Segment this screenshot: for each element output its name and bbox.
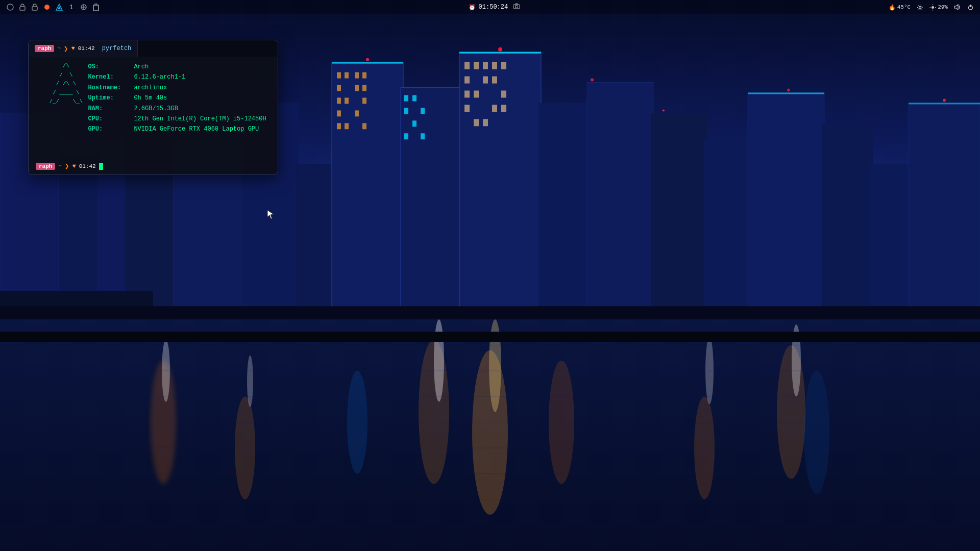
arch-ascii-logo: /\ / \ / /\ \ / ____ \ /_/ \_\ [36,62,83,107]
os-value: Arch [134,62,149,72]
topbar-left: 1 [6,3,100,11]
tab-arrow-1: ❯ [64,44,68,53]
hostname-value: archlinux [134,83,167,93]
ground-strip [0,332,980,342]
volume-icon [954,4,961,10]
flame-icon: 🔥 [889,4,896,11]
svg-point-76 [777,345,805,479]
svg-point-102 [516,6,518,8]
prompt-arrow: ❯ [65,162,69,170]
arch-logo-icon[interactable] [55,3,63,11]
uptime-label: Uptime: [88,93,134,103]
terminal-tabs: raph ~ ❯ ♥ 01:42 pyrfetch [29,40,278,57]
prompt-username: raph [36,163,55,170]
circle-icon-1[interactable] [6,3,14,11]
svg-point-77 [347,371,368,474]
topbar: 1 ⏰ 01:50:24 🔥 45°C 29% [0,0,980,14]
terminal-tab-1[interactable]: raph ~ ❯ ♥ 01:42 pyrfetch [29,40,138,57]
settings-item[interactable] [917,4,923,11]
hostname-row: Hostname: archlinux [88,83,266,93]
brightness-icon [929,4,936,11]
tab-username: raph [35,45,54,52]
svg-point-72 [419,340,449,484]
camera-icon [513,3,520,11]
terminal-cursor [99,163,103,170]
prompt-heart: ♥ [72,163,76,170]
clipboard-icon[interactable] [92,3,100,11]
kernel-row: Kernel: 6.12.6-arch1-1 [88,72,266,82]
tab-title: pyrfetch [102,45,132,52]
kernel-value: 6.12.6-arch1-1 [134,72,185,82]
uptime-row: Uptime: 0h 5m 40s [88,93,266,103]
prompt-time: 01:42 [79,163,96,169]
svg-point-93 [7,4,13,10]
terminal-body: /\ / \ / /\ \ / ____ \ /_/ \_\ OS: Arch … [29,57,278,159]
tab-tilde: ~ [57,45,61,52]
power-item[interactable] [967,4,974,11]
ram-row: RAM: 2.6GB/15.3GB [88,104,266,114]
network-icon[interactable] [80,3,88,11]
temperature-value: 45°C [897,4,911,10]
fetch-content: /\ / \ / /\ \ / ____ \ /_/ \_\ OS: Arch … [36,62,271,135]
os-row: OS: Arch [88,62,266,72]
tab-time: 01:42 [78,45,95,52]
system-info-table: OS: Arch Kernel: 6.12.6-arch1-1 Hostname… [88,62,266,135]
svg-point-71 [235,397,255,500]
lock-icon-1[interactable] [18,3,27,11]
settings-icon [917,4,923,11]
svg-rect-94 [20,7,25,10]
cpu-label: CPU: [88,114,134,124]
svg-point-103 [919,6,921,8]
gpu-row: GPU: NVIDIA GeForce RTX 4060 Laptop GPU [88,124,266,134]
number-1-badge: 1 [67,3,76,11]
svg-rect-100 [93,5,99,11]
svg-point-78 [804,371,829,494]
svg-point-73 [472,350,508,515]
topbar-center: ⏰ 01:50:24 [469,3,521,11]
kernel-label: Kernel: [88,72,134,82]
terminal-prompt[interactable]: raph ~ ❯ ♥ 01:42 [29,159,278,174]
gpu-label: GPU: [88,124,134,134]
gpu-value: NVIDIA GeForce RTX 4060 Laptop GPU [134,124,259,134]
brightness-item[interactable]: 29% [929,4,948,11]
temperature-display: 🔥 45°C [889,4,911,11]
svg-rect-95 [32,7,37,10]
svg-point-96 [44,5,50,10]
clock-icon: ⏰ [469,4,476,11]
topbar-right: 🔥 45°C 29% [889,4,974,11]
svg-point-80 [247,356,253,407]
brightness-value: 29% [938,4,948,10]
prompt-tilde: ~ [58,163,62,169]
hostname-label: Hostname: [88,83,134,93]
svg-point-74 [549,361,574,484]
os-label: OS: [88,62,134,72]
uptime-value: 0h 5m 40s [134,93,167,103]
dot-orange-icon [43,3,51,11]
terminal-window[interactable]: raph ~ ❯ ♥ 01:42 pyrfetch /\ / \ / /\ \ … [28,40,278,175]
volume-item[interactable] [954,4,961,10]
svg-point-104 [932,6,934,9]
ram-value: 2.6GB/15.3GB [134,104,178,114]
ram-label: RAM: [88,104,134,114]
tab-heart: ♥ [71,45,75,52]
clock-time: 01:50:24 [479,4,508,11]
power-icon [967,4,974,11]
cpu-row: CPU: 12th Gen Intel(R) Core(TM) i5-12450… [88,114,266,124]
svg-point-70 [151,361,176,484]
svg-point-75 [694,397,715,500]
cpu-value: 12th Gen Intel(R) Core(TM) i5-12450H [134,114,266,124]
lock-icon-2[interactable] [31,3,39,11]
